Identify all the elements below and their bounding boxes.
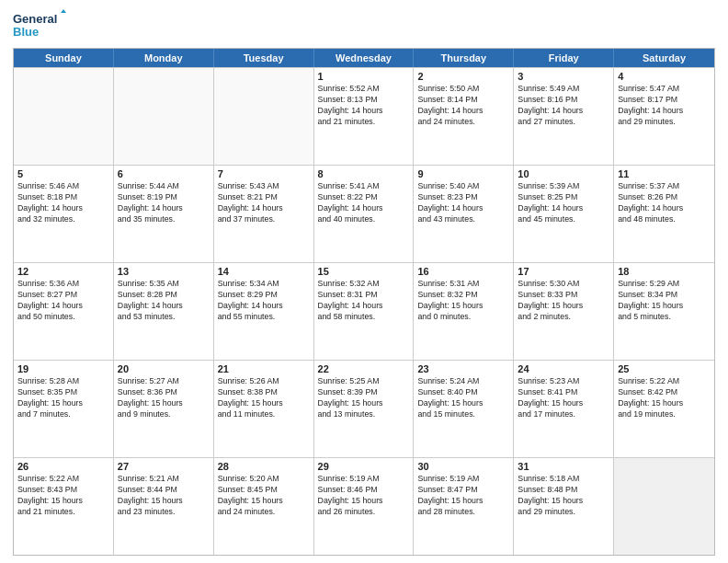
day-number: 21: [218, 363, 310, 374]
cell-info-line: Sunrise: 5:52 AM: [318, 84, 410, 95]
cell-info-line: Sunset: 8:40 PM: [417, 387, 509, 398]
cell-info-line: and 7 minutes.: [17, 409, 109, 420]
day-number: 2: [417, 71, 509, 82]
cell-info-line: Daylight: 15 hours: [618, 301, 711, 312]
cell-info-line: and 0 minutes.: [417, 312, 509, 323]
day-number: 1: [318, 71, 410, 82]
calendar-cell-5: 5Sunrise: 5:46 AMSunset: 8:18 PMDaylight…: [14, 166, 114, 262]
cell-info-line: Daylight: 15 hours: [417, 301, 509, 312]
cell-info-line: and 28 minutes.: [417, 507, 509, 518]
calendar-cell-30: 30Sunrise: 5:19 AMSunset: 8:47 PMDayligh…: [414, 458, 514, 555]
cell-info-line: Daylight: 15 hours: [318, 496, 410, 507]
weekday-header-tuesday: Tuesday: [214, 49, 314, 67]
cell-info-line: and 26 minutes.: [318, 507, 410, 518]
cell-info-line: and 43 minutes.: [417, 214, 509, 225]
cell-info-line: Daylight: 14 hours: [118, 203, 210, 214]
weekday-header-saturday: Saturday: [614, 49, 714, 67]
day-number: 23: [417, 363, 509, 374]
cell-info-line: Daylight: 14 hours: [118, 301, 210, 312]
cell-info-line: Sunset: 8:43 PM: [17, 485, 109, 496]
cell-info-line: Sunset: 8:23 PM: [417, 192, 509, 203]
day-number: 19: [17, 363, 109, 374]
day-number: 24: [518, 363, 609, 374]
day-number: 6: [118, 168, 210, 179]
cell-info-line: Sunset: 8:28 PM: [118, 290, 210, 301]
day-number: 12: [17, 266, 109, 277]
calendar-cell-14: 14Sunrise: 5:34 AMSunset: 8:29 PMDayligh…: [214, 263, 314, 360]
calendar-cell-12: 12Sunrise: 5:36 AMSunset: 8:27 PMDayligh…: [14, 263, 114, 360]
cell-info-line: and 15 minutes.: [417, 409, 509, 420]
day-number: 10: [518, 168, 609, 179]
day-number: 26: [17, 461, 109, 472]
cell-info-line: Daylight: 14 hours: [618, 106, 711, 117]
cell-info-line: and 11 minutes.: [218, 409, 310, 420]
cell-info-line: Sunset: 8:47 PM: [417, 485, 509, 496]
day-number: 4: [618, 71, 711, 82]
cell-info-line: Sunrise: 5:46 AM: [17, 181, 109, 192]
calendar-header: SundayMondayTuesdayWednesdayThursdayFrid…: [14, 49, 714, 67]
day-number: 13: [118, 266, 210, 277]
cell-info-line: Sunrise: 5:29 AM: [618, 279, 711, 290]
cell-info-line: Daylight: 15 hours: [318, 398, 410, 409]
day-number: 7: [218, 168, 310, 179]
day-number: 18: [618, 266, 711, 277]
svg-text:General: General: [13, 12, 57, 26]
calendar: SundayMondayTuesdayWednesdayThursdayFrid…: [13, 48, 715, 556]
cell-info-line: Sunrise: 5:49 AM: [518, 84, 609, 95]
cell-info-line: Sunset: 8:32 PM: [417, 290, 509, 301]
weekday-header-thursday: Thursday: [414, 49, 514, 67]
cell-info-line: Sunrise: 5:26 AM: [218, 376, 310, 387]
calendar-cell-22: 22Sunrise: 5:25 AMSunset: 8:39 PMDayligh…: [314, 361, 415, 457]
day-number: 27: [118, 461, 210, 472]
cell-info-line: Daylight: 15 hours: [218, 496, 310, 507]
calendar-cell-28: 28Sunrise: 5:20 AMSunset: 8:45 PMDayligh…: [214, 458, 314, 555]
calendar-cell-23: 23Sunrise: 5:24 AMSunset: 8:40 PMDayligh…: [414, 361, 514, 457]
calendar-cell-26: 26Sunrise: 5:22 AMSunset: 8:43 PMDayligh…: [14, 458, 114, 555]
calendar-cell-9: 9Sunrise: 5:40 AMSunset: 8:23 PMDaylight…: [414, 166, 514, 262]
calendar-cell-13: 13Sunrise: 5:35 AMSunset: 8:28 PMDayligh…: [114, 263, 214, 360]
cell-info-line: Sunset: 8:17 PM: [618, 95, 711, 106]
cell-info-line: and 13 minutes.: [318, 409, 410, 420]
cell-info-line: Sunset: 8:39 PM: [318, 387, 410, 398]
cell-info-line: and 19 minutes.: [618, 409, 711, 420]
cell-info-line: Daylight: 14 hours: [218, 203, 310, 214]
calendar-cell-17: 17Sunrise: 5:30 AMSunset: 8:33 PMDayligh…: [514, 263, 614, 360]
calendar-cell-20: 20Sunrise: 5:27 AMSunset: 8:36 PMDayligh…: [114, 361, 214, 457]
cell-info-line: Sunrise: 5:28 AM: [17, 376, 109, 387]
cell-info-line: Sunrise: 5:34 AM: [218, 279, 310, 290]
cell-info-line: and 24 minutes.: [417, 117, 509, 128]
cell-info-line: Sunset: 8:45 PM: [218, 485, 310, 496]
cell-info-line: Daylight: 14 hours: [518, 203, 609, 214]
cell-info-line: Sunset: 8:25 PM: [518, 192, 609, 203]
cell-info-line: and 58 minutes.: [318, 312, 410, 323]
cell-info-line: Sunset: 8:35 PM: [17, 387, 109, 398]
cell-info-line: and 23 minutes.: [118, 507, 210, 518]
cell-info-line: Sunset: 8:18 PM: [17, 192, 109, 203]
logo: General Blue: [13, 9, 68, 42]
day-number: 8: [318, 168, 410, 179]
calendar-cell-27: 27Sunrise: 5:21 AMSunset: 8:44 PMDayligh…: [114, 458, 214, 555]
calendar-cell-empty-0-2: [214, 68, 314, 165]
calendar-cell-19: 19Sunrise: 5:28 AMSunset: 8:35 PMDayligh…: [14, 361, 114, 457]
cell-info-line: Sunrise: 5:23 AM: [518, 376, 609, 387]
day-number: 31: [518, 461, 609, 472]
calendar-cell-24: 24Sunrise: 5:23 AMSunset: 8:41 PMDayligh…: [514, 361, 614, 457]
cell-info-line: and 24 minutes.: [218, 507, 310, 518]
calendar-body: 1Sunrise: 5:52 AMSunset: 8:13 PMDaylight…: [14, 67, 714, 555]
cell-info-line: and 9 minutes.: [118, 409, 210, 420]
cell-info-line: Daylight: 14 hours: [318, 106, 410, 117]
cell-info-line: and 17 minutes.: [518, 409, 609, 420]
cell-info-line: Sunrise: 5:18 AM: [518, 474, 609, 485]
day-number: 9: [417, 168, 509, 179]
day-number: 16: [417, 266, 509, 277]
cell-info-line: Daylight: 14 hours: [417, 203, 509, 214]
cell-info-line: Daylight: 15 hours: [417, 496, 509, 507]
cell-info-line: Daylight: 15 hours: [17, 496, 109, 507]
calendar-cell-4: 4Sunrise: 5:47 AMSunset: 8:17 PMDaylight…: [614, 68, 714, 165]
cell-info-line: and 29 minutes.: [518, 507, 609, 518]
calendar-row-2: 12Sunrise: 5:36 AMSunset: 8:27 PMDayligh…: [14, 262, 714, 360]
cell-info-line: Sunrise: 5:27 AM: [118, 376, 210, 387]
calendar-cell-31: 31Sunrise: 5:18 AMSunset: 8:48 PMDayligh…: [514, 458, 614, 555]
cell-info-line: Sunrise: 5:44 AM: [118, 181, 210, 192]
cell-info-line: Sunrise: 5:21 AM: [118, 474, 210, 485]
